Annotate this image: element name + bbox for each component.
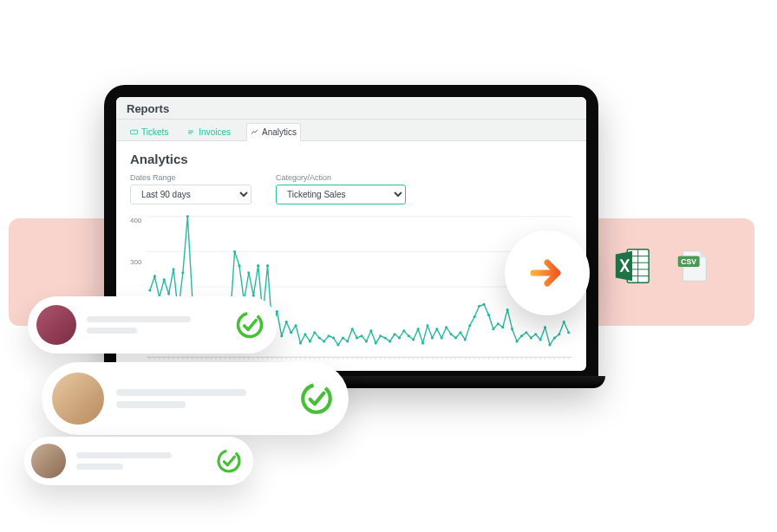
- placeholder-lines: [87, 316, 222, 334]
- svg-point-84: [502, 326, 505, 328]
- svg-point-62: [398, 336, 401, 339]
- svg-point-32: [257, 264, 259, 267]
- svg-point-48: [332, 336, 335, 339]
- svg-point-41: [299, 341, 302, 344]
- svg-point-36: [276, 310, 278, 313]
- filters: Dates Range Last 90 days Category/Action…: [130, 173, 572, 204]
- svg-point-74: [454, 336, 457, 339]
- tab-label: Analytics: [262, 127, 297, 137]
- dates-select[interactable]: Last 90 days: [130, 185, 251, 204]
- tab-label: Invoices: [199, 127, 231, 137]
- svg-point-86: [511, 328, 513, 330]
- user-card-3: [24, 437, 253, 485]
- avatar: [31, 444, 66, 478]
- svg-point-80: [483, 303, 486, 306]
- tab-label: Tickets: [141, 127, 168, 137]
- user-card-2: [42, 362, 349, 435]
- svg-point-42: [304, 333, 307, 335]
- svg-point-69: [431, 336, 434, 339]
- svg-point-93: [544, 326, 546, 328]
- svg-point-75: [460, 331, 462, 334]
- filter-dates: Dates Range Last 90 days: [130, 173, 251, 204]
- svg-point-47: [328, 334, 330, 337]
- svg-point-64: [408, 334, 410, 337]
- check-badge: [215, 447, 243, 475]
- svg-point-27: [233, 250, 236, 253]
- page-header: Reports: [116, 97, 586, 120]
- svg-point-79: [478, 305, 480, 308]
- svg-point-51: [347, 340, 349, 342]
- avatar: [52, 373, 104, 425]
- svg-point-57: [375, 341, 377, 344]
- svg-point-197: [234, 309, 265, 341]
- section-title: Analytics: [130, 152, 572, 166]
- svg-point-77: [469, 324, 472, 327]
- filter-category: Category/Action Ticketing Sales: [276, 173, 406, 204]
- svg-point-91: [535, 333, 538, 335]
- svg-point-44: [314, 331, 317, 334]
- svg-point-73: [450, 333, 453, 335]
- invoice-icon: [187, 128, 195, 136]
- svg-point-76: [464, 338, 467, 341]
- page-title: Reports: [127, 102, 576, 115]
- svg-point-61: [394, 333, 396, 335]
- svg-point-82: [493, 328, 495, 330]
- svg-point-43: [309, 340, 311, 342]
- tabs: Tickets Invoices Analytics: [116, 120, 586, 141]
- check-icon: [215, 447, 243, 475]
- export-icons: CSV: [612, 246, 713, 286]
- svg-point-88: [520, 334, 523, 337]
- svg-point-90: [530, 336, 532, 339]
- svg-point-98: [568, 331, 571, 334]
- ytick: 400: [130, 217, 141, 224]
- svg-point-38: [285, 321, 288, 323]
- svg-point-85: [506, 308, 509, 311]
- svg-point-16: [182, 271, 185, 274]
- check-badge: [298, 380, 335, 417]
- tab-tickets[interactable]: Tickets: [127, 123, 172, 140]
- user-card-1: [28, 296, 278, 354]
- arrow-right-icon: [526, 252, 568, 294]
- svg-point-66: [417, 328, 420, 330]
- category-select[interactable]: Ticketing Sales: [276, 185, 406, 204]
- svg-point-13: [167, 293, 170, 295]
- check-icon: [234, 309, 265, 341]
- check-icon: [298, 380, 335, 417]
- filter-category-label: Category/Action: [276, 173, 406, 182]
- svg-point-56: [370, 329, 373, 332]
- csv-icon[interactable]: CSV: [673, 246, 713, 286]
- tab-analytics[interactable]: Analytics: [246, 123, 301, 141]
- svg-point-63: [403, 329, 406, 332]
- svg-point-72: [445, 326, 447, 328]
- ytick: 300: [130, 258, 141, 266]
- export-arrow: [505, 230, 590, 315]
- svg-point-78: [473, 315, 476, 318]
- svg-point-45: [318, 336, 321, 339]
- svg-point-97: [563, 321, 565, 323]
- svg-point-40: [295, 324, 297, 327]
- svg-point-68: [427, 324, 429, 327]
- svg-point-46: [323, 340, 325, 342]
- svg-point-28: [238, 264, 241, 267]
- svg-point-30: [248, 271, 251, 274]
- check-badge: [234, 309, 265, 341]
- svg-point-53: [356, 336, 358, 339]
- svg-point-50: [342, 336, 344, 339]
- svg-point-89: [526, 331, 528, 334]
- svg-point-52: [351, 328, 354, 330]
- analytics-icon: [251, 128, 258, 136]
- svg-point-49: [337, 343, 340, 346]
- excel-icon[interactable]: [612, 246, 652, 286]
- tab-invoices[interactable]: Invoices: [184, 123, 234, 140]
- filter-dates-label: Dates Range: [130, 173, 251, 182]
- svg-point-199: [215, 447, 243, 475]
- svg-point-39: [290, 331, 292, 334]
- svg-point-12: [163, 278, 166, 281]
- avatar: [36, 305, 76, 345]
- svg-point-198: [298, 380, 335, 417]
- svg-point-83: [497, 322, 500, 325]
- svg-point-54: [361, 334, 363, 337]
- svg-point-71: [441, 336, 443, 339]
- svg-point-81: [487, 314, 490, 316]
- svg-point-60: [388, 340, 391, 342]
